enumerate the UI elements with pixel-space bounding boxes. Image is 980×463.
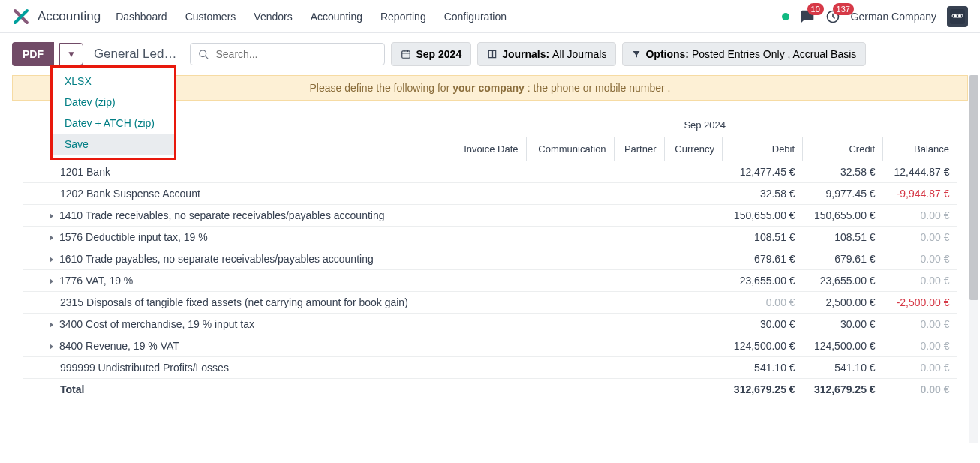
nav-dashboard[interactable]: Dashboard (116, 11, 167, 23)
account-cell[interactable]: 1201 Bank (23, 161, 452, 183)
table-period-header: Sep 2024 (452, 113, 957, 137)
table-row[interactable]: 1610 Trade payables, no separate receiva… (23, 248, 957, 270)
avatar[interactable] (947, 6, 968, 27)
account-label: 999999 Undistributed Profits/Losses (60, 362, 229, 374)
table-row[interactable]: 999999 Undistributed Profits/Losses541.1… (23, 357, 957, 379)
debit-cell: 23,655.00 € (723, 270, 803, 292)
balance-cell: 0.00 € (883, 227, 957, 248)
filter-icon (632, 50, 641, 59)
col-communication: Communication (526, 137, 614, 161)
debit-cell: 150,655.00 € (723, 205, 803, 227)
nav-customers[interactable]: Customers (185, 11, 236, 23)
balance-cell: -9,944.87 € (883, 183, 957, 205)
dropdown-item-datev-atch-zip-[interactable]: Datev + ATCH (zip) (53, 113, 174, 134)
table-row[interactable]: 1410 Trade receivables, no separate rece… (23, 205, 957, 227)
credit-cell: 108.51 € (803, 227, 883, 248)
journals-prefix: Journals: (502, 48, 552, 60)
expand-caret-icon[interactable] (50, 344, 53, 350)
balance-cell: -2,500.00 € (883, 292, 957, 314)
table-row[interactable]: 1776 VAT, 19 %23,655.00 €23,655.00 €0.00… (23, 270, 957, 292)
nav-vendors[interactable]: Vendors (254, 11, 292, 23)
balance-cell: 0.00 € (883, 335, 957, 357)
account-label: 8400 Revenue, 19 % VAT (59, 340, 179, 352)
total-debit: 312,679.25 € (723, 379, 803, 401)
balance-cell: 12,444.87 € (883, 161, 957, 183)
account-label: 1202 Bank Suspense Account (60, 188, 200, 200)
app-logo-icon[interactable] (12, 8, 30, 26)
account-cell[interactable]: 2315 Disposals of tangible fixed assets … (23, 292, 452, 314)
account-cell[interactable]: 1410 Trade receivables, no separate rece… (23, 205, 452, 227)
alert-pre: Please define the following for (310, 82, 453, 94)
scrollbar-track[interactable] (969, 75, 978, 443)
pdf-button[interactable]: PDF (12, 42, 54, 66)
debit-cell: 30.00 € (723, 314, 803, 335)
total-label: Total (23, 379, 452, 401)
account-cell[interactable]: 3400 Cost of merchandise, 19 % input tax (23, 314, 452, 335)
svg-point-2 (954, 14, 957, 17)
table-row[interactable]: 3400 Cost of merchandise, 19 % input tax… (23, 314, 957, 335)
expand-caret-icon[interactable] (50, 213, 53, 219)
period-filter[interactable]: Sep 2024 (391, 42, 471, 66)
search-box[interactable] (190, 43, 385, 65)
nav-reporting[interactable]: Reporting (380, 11, 426, 23)
svg-rect-7 (402, 51, 410, 58)
expand-caret-icon[interactable] (50, 322, 53, 328)
activities-badge: 137 (833, 3, 854, 15)
table-row[interactable]: 8400 Revenue, 19 % VAT124,500.00 €124,50… (23, 335, 957, 357)
table-row[interactable]: 1202 Bank Suspense Account32.58 €9,977.4… (23, 183, 957, 205)
nav-configuration[interactable]: Configuration (444, 11, 507, 23)
debit-cell: 679.61 € (723, 248, 803, 270)
avatar-icon (948, 8, 966, 26)
options-filter[interactable]: Options: Posted Entries Only , Accrual B… (622, 42, 866, 66)
balance-cell: 0.00 € (883, 248, 957, 270)
calendar-icon (401, 49, 411, 59)
export-dropdown-toggle[interactable]: ▼ (59, 43, 83, 65)
debit-cell: 108.51 € (723, 227, 803, 248)
debit-cell: 124,500.00 € (723, 335, 803, 357)
svg-line-6 (206, 56, 209, 59)
dropdown-item-save[interactable]: Save (53, 134, 174, 155)
company-switcher[interactable]: German Company (851, 11, 936, 23)
dropdown-item-datev-zip-[interactable]: Datev (zip) (53, 92, 174, 113)
app-name[interactable]: Accounting (38, 9, 101, 24)
activities-button[interactable]: 137 (825, 9, 840, 24)
table-row[interactable]: 2315 Disposals of tangible fixed assets … (23, 292, 957, 314)
breadcrumb[interactable]: General Led… (94, 47, 177, 62)
total-row: Total312,679.25 €312,679.25 €0.00 € (23, 379, 957, 401)
alert-strong[interactable]: your company (452, 82, 525, 94)
table-row[interactable]: 1576 Deductible input tax, 19 %108.51 €1… (23, 227, 957, 248)
account-cell[interactable]: 1776 VAT, 19 % (23, 270, 452, 292)
credit-cell: 541.10 € (803, 357, 883, 379)
search-icon (198, 49, 209, 60)
nav-accounting[interactable]: Accounting (311, 11, 362, 23)
debit-cell: 12,477.45 € (723, 161, 803, 183)
col-balance: Balance (883, 137, 957, 161)
journals-value: All Journals (552, 48, 606, 60)
account-cell[interactable]: 999999 Undistributed Profits/Losses (23, 357, 452, 379)
credit-cell: 23,655.00 € (803, 270, 883, 292)
credit-cell: 150,655.00 € (803, 205, 883, 227)
account-cell[interactable]: 8400 Revenue, 19 % VAT (23, 335, 452, 357)
expand-caret-icon[interactable] (50, 278, 53, 284)
col-debit: Debit (723, 137, 803, 161)
table-row[interactable]: 1201 Bank12,477.45 €32.58 €12,444.87 € (23, 161, 957, 183)
expand-caret-icon[interactable] (50, 235, 53, 241)
account-cell[interactable]: 1202 Bank Suspense Account (23, 183, 452, 205)
col-currency: Currency (664, 137, 723, 161)
expand-caret-icon[interactable] (50, 257, 53, 263)
credit-cell: 2,500.00 € (803, 292, 883, 314)
account-cell[interactable]: 1576 Deductible input tax, 19 % (23, 227, 452, 248)
balance-cell: 0.00 € (883, 314, 957, 335)
credit-cell: 32.58 € (803, 161, 883, 183)
export-dropdown-menu: XLSXDatev (zip)Datev + ATCH (zip)Save (50, 65, 176, 160)
account-cell[interactable]: 1610 Trade payables, no separate receiva… (23, 248, 452, 270)
messages-button[interactable]: 10 (800, 9, 815, 24)
search-input[interactable] (215, 48, 377, 60)
debit-cell: 32.58 € (723, 183, 803, 205)
dropdown-item-xlsx[interactable]: XLSX (53, 71, 174, 92)
journals-filter[interactable]: Journals: All Journals (477, 42, 616, 66)
credit-cell: 679.61 € (803, 248, 883, 270)
scrollbar-thumb[interactable] (969, 75, 978, 300)
options-prefix: Options: (645, 48, 691, 60)
debit-cell: 0.00 € (723, 292, 803, 314)
